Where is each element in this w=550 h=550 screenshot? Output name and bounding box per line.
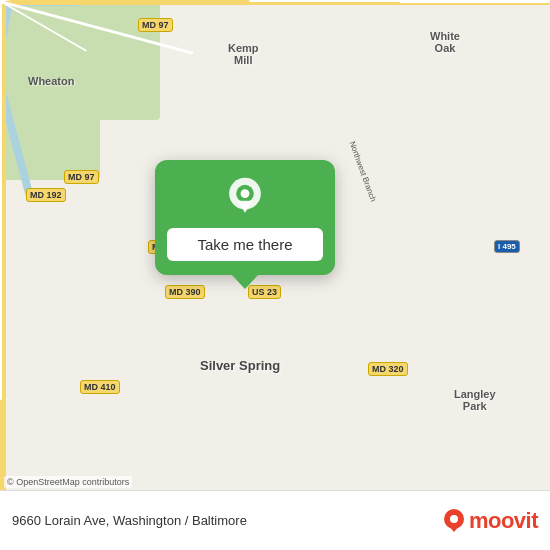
svg-point-5 — [450, 515, 458, 523]
road-badge-i495: I 495 — [494, 240, 520, 253]
svg-point-2 — [241, 189, 250, 198]
moovit-text: moovit — [469, 508, 538, 534]
map-attribution: © OpenStreetMap contributors — [4, 476, 132, 488]
map-container: Wheaton KempMill WhiteOak Silver Spring … — [0, 0, 550, 550]
road-badge-md320: MD 320 — [368, 362, 408, 376]
city-label-white-oak: WhiteOak — [430, 30, 460, 54]
address-text: 9660 Lorain Ave, Washington / Baltimore — [12, 513, 247, 528]
road-badge-md192: MD 192 — [26, 188, 66, 202]
take-me-there-button[interactable]: Take me there — [167, 228, 323, 261]
popup-card: Take me there — [155, 160, 335, 275]
road-badge-md410: MD 410 — [80, 380, 120, 394]
moovit-pin-icon — [443, 508, 465, 534]
city-label-silver-spring: Silver Spring — [200, 358, 280, 373]
road-badge-md97-top: MD 97 — [138, 18, 173, 32]
road-badge-md390: MD 390 — [165, 285, 205, 299]
bottom-bar: 9660 Lorain Ave, Washington / Baltimore … — [0, 490, 550, 550]
road-badge-md97-mid: MD 97 — [64, 170, 99, 184]
city-label-kemp-mill: KempMill — [228, 42, 259, 66]
city-label-langley-park: LangleyPark — [454, 388, 496, 412]
location-pin-icon — [223, 176, 267, 220]
moovit-logo: moovit — [443, 508, 538, 534]
city-label-wheaton: Wheaton — [28, 75, 74, 87]
road-v10 — [0, 0, 2, 300]
svg-marker-6 — [448, 525, 460, 532]
road-h9 — [0, 0, 250, 4]
